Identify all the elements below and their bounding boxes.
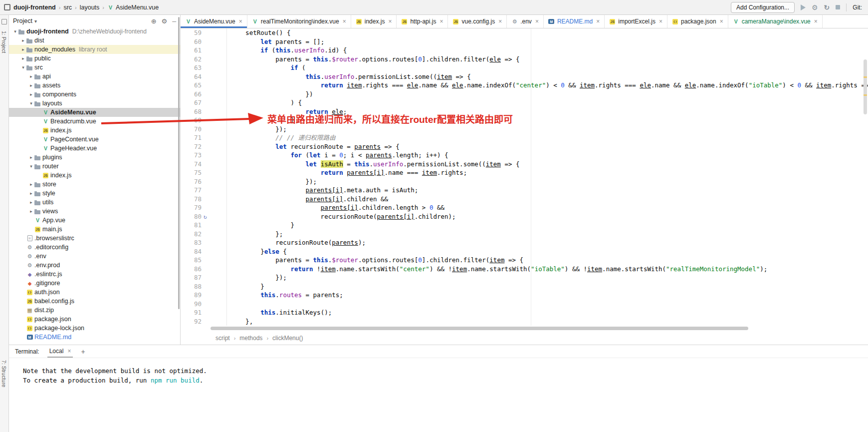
chevron-right-icon[interactable]: ▸ — [28, 83, 34, 88]
tree-item[interactable]: index.js — [9, 126, 180, 135]
settings-icon[interactable] — [812, 4, 818, 11]
tree-item[interactable]: ▾layouts — [9, 99, 180, 108]
chevron-right-icon[interactable]: ▸ — [20, 47, 26, 52]
tree-item[interactable]: .editorconfig — [9, 243, 180, 252]
editor-horizontal-scrollbar[interactable] — [211, 327, 748, 330]
gutter-line-number[interactable]: 65 — [181, 81, 226, 90]
gutter-line-number[interactable]: 80↻ — [181, 212, 226, 221]
gutter-line-number[interactable]: 92 — [181, 317, 226, 326]
editor-tab[interactable]: vue.config.js× — [448, 15, 507, 28]
tree-item[interactable]: ▸api — [9, 72, 180, 81]
tree-item[interactable]: .eslintrc.js — [9, 270, 180, 279]
tab-close-icon[interactable]: × — [535, 18, 539, 25]
gutter-line-number[interactable]: 68 — [181, 107, 226, 116]
gear-icon[interactable] — [162, 17, 168, 25]
gutter-line-number[interactable]: 66 — [181, 90, 226, 99]
gutter-line-number[interactable]: 89 — [181, 291, 226, 300]
tree-item[interactable]: babel.config.js — [9, 297, 180, 306]
update-icon[interactable] — [824, 4, 830, 11]
gutter-line-number[interactable]: 81 — [181, 221, 226, 230]
tree-item[interactable]: ▾src — [9, 63, 180, 72]
gutter-line-number[interactable]: 91 — [181, 308, 226, 317]
editor-tab[interactable]: .env× — [507, 15, 544, 28]
tab-close-icon[interactable]: × — [388, 18, 392, 25]
tree-item[interactable]: .gitignore — [9, 279, 180, 288]
tree-item[interactable]: auth.json — [9, 288, 180, 297]
tree-item[interactable]: package.json — [9, 315, 180, 324]
chevron-down-icon[interactable]: ▾ — [20, 65, 26, 70]
editor-tab[interactable]: AsideMenu.vue× — [181, 15, 247, 28]
tree-item[interactable]: ▸store — [9, 180, 180, 189]
project-tree-scrollbar[interactable] — [178, 17, 180, 309]
tab-close-icon[interactable]: × — [596, 18, 600, 25]
breadcrumb-item[interactable]: AsideMenu.vue — [107, 4, 159, 11]
terminal-tab[interactable]: Local× — [47, 345, 73, 358]
tree-item[interactable]: PageContent.vue — [9, 135, 180, 144]
tree-item[interactable]: ▸style — [9, 189, 180, 198]
gutter-line-number[interactable]: 69 — [181, 116, 226, 125]
gutter-line-number[interactable]: 62 — [181, 55, 226, 64]
gutter-line-number[interactable]: 88 — [181, 282, 226, 291]
gutter-line-number[interactable]: 79 — [181, 203, 226, 212]
chevron-right-icon[interactable]: ▸ — [28, 155, 34, 160]
tab-close-icon[interactable]: × — [239, 18, 242, 25]
recursion-icon[interactable]: ↻ — [204, 213, 207, 222]
chevron-right-icon[interactable]: ▸ — [20, 56, 26, 61]
hide-panel-icon[interactable] — [172, 17, 176, 25]
chevron-down-icon[interactable] — [34, 17, 37, 24]
add-configuration-button[interactable]: Add Configuration... — [731, 2, 795, 13]
tab-close-icon[interactable]: × — [498, 18, 502, 25]
tree-item[interactable]: index.js — [9, 171, 180, 180]
chevron-right-icon[interactable]: ▸ — [20, 38, 26, 43]
gutter-line-number[interactable]: 83 — [181, 238, 226, 247]
gutter-line-number[interactable]: 64 — [181, 72, 226, 81]
editor-tab[interactable]: http-api.js× — [397, 15, 448, 28]
run-icon[interactable] — [801, 4, 806, 10]
editor-gutter[interactable]: 5960616263646566676869707172737475767778… — [181, 28, 227, 326]
chevron-right-icon[interactable]: ▸ — [28, 92, 34, 97]
terminal-output[interactable]: Note that the development build is not o… — [9, 358, 868, 385]
stop-icon[interactable] — [836, 5, 840, 9]
gutter-line-number[interactable]: 61 — [181, 46, 226, 55]
tree-item[interactable]: main.js — [9, 225, 180, 234]
tree-item[interactable]: ▸public — [9, 54, 180, 63]
editor-code[interactable]: setRoute() { let parents = []; if (this.… — [227, 28, 868, 326]
tree-item[interactable]: AsideMenu.vue — [9, 108, 180, 117]
git-label[interactable]: Git: — [853, 4, 862, 11]
editor-tab[interactable]: cameraManage\index.vue× — [728, 15, 823, 28]
tree-item[interactable]: ▸components — [9, 90, 180, 99]
tree-item[interactable]: ▾duoji-frontendD:\zheheWeb\duoji-fronten… — [9, 27, 180, 36]
editor-vertical-scrollbar[interactable] — [864, 59, 867, 114]
editor-tab[interactable]: realTimeMonitoring\index.vue× — [247, 15, 351, 28]
locate-file-icon[interactable] — [151, 17, 157, 25]
gutter-line-number[interactable]: 74 — [181, 160, 226, 169]
tree-item[interactable]: ▸dist — [9, 36, 180, 45]
tab-close-icon[interactable]: × — [67, 348, 71, 355]
tool-tab-structure[interactable]: 7: Structure — [1, 360, 7, 387]
gutter-line-number[interactable]: 77 — [181, 186, 226, 195]
breadcrumb-item[interactable]: duoji-frontend — [13, 4, 56, 11]
gutter-line-number[interactable]: 86 — [181, 265, 226, 274]
project-panel-title[interactable]: Project — [13, 17, 32, 24]
chevron-right-icon[interactable]: ▸ — [28, 200, 34, 205]
code-breadcrumb-item[interactable]: methods — [239, 335, 262, 342]
tree-item[interactable]: App.vue — [9, 216, 180, 225]
tree-item[interactable]: .env — [9, 252, 180, 261]
tree-item[interactable]: ▸assets — [9, 81, 180, 90]
warning-stripe-mark[interactable] — [864, 76, 867, 78]
chevron-down-icon[interactable]: ▾ — [28, 164, 34, 169]
code-breadcrumb-item[interactable]: clickMenu() — [272, 335, 303, 342]
tree-item[interactable]: package-lock.json — [9, 324, 180, 333]
code-breadcrumb-item[interactable]: script — [216, 335, 230, 342]
gutter-line-number[interactable]: 82 — [181, 230, 226, 239]
tree-item[interactable]: PageHeader.vue — [9, 144, 180, 153]
breadcrumb-item[interactable]: layouts — [80, 4, 100, 11]
new-terminal-tab-icon[interactable]: + — [81, 348, 85, 356]
gutter-line-number[interactable]: 73 — [181, 151, 226, 160]
tree-item[interactable]: Breadcrumb.vue — [9, 117, 180, 126]
chevron-down-icon[interactable]: ▾ — [28, 101, 34, 106]
tree-item[interactable]: ▸utils — [9, 198, 180, 207]
gutter-line-number[interactable]: 59 — [181, 28, 226, 37]
gutter-line-number[interactable]: 76 — [181, 177, 226, 186]
tree-item[interactable]: ▸plugins — [9, 153, 180, 162]
